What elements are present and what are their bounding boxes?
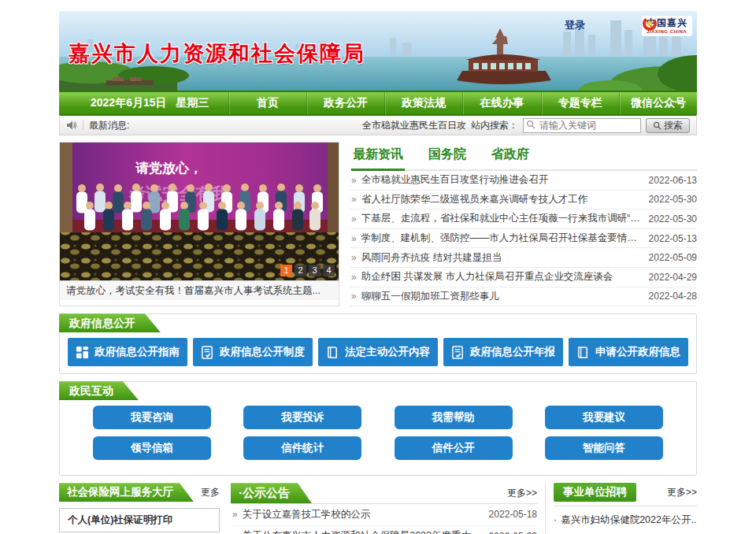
doc-check-icon [201, 346, 214, 359]
more-link-recruitment[interactable]: 更多>> [667, 486, 697, 499]
recruitment-column: 事业单位招聘 更多>> · 嘉兴市妇幼保健院2022年公开... · 2022年… [554, 483, 697, 534]
arrow-icon: » [232, 509, 238, 520]
social-insurance-column: 社会保险网上服务大厅 更多 个人(单位)社保证明打印 办事指南 [59, 483, 220, 534]
arrow-icon: » [351, 291, 357, 302]
nav-item-online-services[interactable]: 在线办事 [462, 92, 540, 114]
bottom-row: 社会保险网上服务大厅 更多 个人(单位)社保证明打印 办事指南 ·公示公告 更多… [59, 483, 697, 534]
boat [457, 54, 551, 84]
more-link-social-insurance[interactable]: 更多 [201, 486, 220, 499]
news-item[interactable]: » 聊聊五一假期加班工资那些事儿 2022-04-28 [350, 287, 697, 307]
hot-search-link[interactable]: 全市稳就业惠民生百日攻 [362, 119, 466, 132]
nav-item-wechat[interactable]: 微信公众号 [619, 92, 697, 114]
news-panel: 最新资讯 国务院 省政府 » 全市稳就业惠民生百日攻坚行动推进会召开 2022-… [350, 142, 697, 306]
section-title-social-insurance: 社会保险网上服务大厅 [59, 483, 194, 502]
btn-consult[interactable]: 我要咨询 [93, 406, 211, 429]
grid-icon [76, 346, 89, 359]
search-icon [653, 121, 662, 130]
page-container: 嘉兴市人力资源和社会保障局 登录 中国嘉兴 JIAXING CHINA 2022… [59, 11, 697, 534]
interaction-section: 政民互动 我要咨询 我要投诉 我需帮助 我要建议 领导信箱 信件统计 信件公开 … [59, 381, 697, 476]
btn-smart-qa[interactable]: 智能问答 [545, 436, 663, 460]
nav-date: 2022年6月15日 星期三 [59, 92, 228, 114]
arrow-icon: » [351, 194, 357, 205]
btn-need-help[interactable]: 我需帮助 [395, 406, 513, 429]
page-3[interactable]: 3 [309, 265, 321, 276]
btn-disclosure-system[interactable]: 政府信息公开制度 [193, 338, 313, 366]
weekday-text: 星期三 [176, 96, 209, 110]
section-title-recruitment: 事业单位招聘 [554, 483, 636, 502]
news-date: 2022-06-13 [641, 175, 697, 186]
latest-news-label: 最新消息: [89, 119, 129, 132]
news-date: 2022-05-13 [641, 233, 697, 244]
arrow-icon: » [351, 233, 357, 244]
book-icon [326, 346, 339, 359]
tab-state-council[interactable]: 国务院 [427, 143, 468, 169]
btn-request-disclosure[interactable]: 申请公开政府信息 [569, 338, 688, 366]
more-link-announcements[interactable]: 更多>> [507, 487, 537, 500]
arrow-icon: » [351, 175, 357, 186]
stage-banner-line1: 请党放心， [135, 161, 202, 176]
arrow-icon: » [351, 213, 357, 224]
nav-item-gov-affairs[interactable]: 政务公开 [306, 92, 384, 114]
btn-letter-stats[interactable]: 信件统计 [243, 436, 361, 460]
nav-item-policies[interactable]: 政策法规 [384, 92, 462, 114]
news-list: » 全市稳就业惠民生百日攻坚行动推进会召开 2022-06-13 » 省人社厅陈… [350, 171, 697, 306]
slide-caption[interactable]: 请党放心，考试安全有我！首届嘉兴市人事考试系统主题... [60, 280, 339, 300]
info-disclosure-section: 政府信息公开 政府信息公开指南 政府信息公开制度 [59, 313, 697, 374]
jiaxing-logo[interactable]: 中国嘉兴 JIAXING CHINA [642, 16, 692, 36]
site-title: 嘉兴市人力资源和社会保障局 [69, 39, 365, 68]
announcements-column: ·公示公告 更多>> » 关于设立嘉善技工学校的公示 2022-05-18 » … [228, 483, 546, 534]
nav-item-home[interactable]: 首页 [228, 92, 306, 114]
btn-leader-mailbox[interactable]: 领导信箱 [93, 436, 211, 460]
site-search-label: 站内搜索： [471, 119, 518, 132]
header-banner: 嘉兴市人力资源和社会保障局 登录 中国嘉兴 JIAXING CHINA [59, 11, 697, 91]
arrow-icon: » [351, 252, 357, 263]
speaker-icon [66, 120, 77, 131]
btn-proactive-disclosure[interactable]: 法定主动公开内容 [318, 338, 438, 366]
photo-slideshow: 请党放心， 考试安全有我 [59, 142, 339, 306]
page-4[interactable]: 4 [323, 265, 335, 276]
btn-letter-disclosure[interactable]: 信件公开 [395, 436, 513, 460]
section-title-info-disclosure: 政府信息公开 [59, 313, 161, 332]
arrow-icon: » [232, 531, 238, 534]
news-item[interactable]: » 助企纾困 共谋发展 市人力社保局召开重点企业交流座谈会 2022-04-29 [350, 268, 697, 287]
bullet-icon: · [554, 514, 557, 525]
ticker-bar: 最新消息: 全市稳就业惠民生百日攻 站内搜索： 搜索 [59, 114, 697, 135]
book-icon [576, 346, 590, 359]
date-text: 2022年6月15日 [91, 96, 167, 110]
announcement-item[interactable]: » 关于设立嘉善技工学校的公示 2022-05-18 [231, 504, 537, 526]
announcement-date: 2022-05-18 [481, 509, 537, 520]
btn-disclosure-guide[interactable]: 政府信息公开指南 [68, 338, 187, 366]
login-link[interactable]: 登录 [565, 18, 585, 32]
news-item[interactable]: » 全市稳就业惠民生百日攻坚行动推进会召开 2022-06-13 [350, 171, 697, 191]
section-title-announcements: ·公示公告 [231, 483, 312, 503]
news-date: 2022-05-30 [641, 213, 697, 224]
btn-complain[interactable]: 我要投诉 [243, 406, 361, 429]
nav-item-special-topics[interactable]: 专题专栏 [541, 92, 619, 114]
page-2[interactable]: 2 [295, 265, 306, 276]
search-input[interactable] [523, 118, 641, 133]
news-date: 2022-04-28 [641, 291, 697, 302]
page-1[interactable]: 1 [280, 265, 292, 276]
search-icon [526, 120, 536, 129]
news-item[interactable]: » 风雨同舟齐抗疫 结对共建显担当 2022-05-09 [350, 248, 697, 268]
jiaxing-swirl-icon [642, 16, 658, 32]
svc-item-proof-print[interactable]: 个人(单位)社保证明打印 [59, 508, 220, 532]
news-date: 2022-05-30 [641, 194, 697, 205]
arrow-icon: » [351, 272, 357, 283]
slide-photo[interactable]: 请党放心， 考试安全有我 [60, 143, 339, 280]
main-nav: 2022年6月15日 星期三 首页 政务公开 政策法规 在线办事 专题专栏 微信… [59, 91, 697, 114]
tab-latest-news[interactable]: 最新资讯 [351, 143, 405, 171]
news-item[interactable]: » 学制度、建机制、强防控——市人力社保局召开社保基金要情专题学习会 2022-… [350, 229, 697, 249]
recruitment-item[interactable]: · 嘉兴市妇幼保健院2022年公开... [554, 514, 697, 527]
btn-suggest[interactable]: 我要建议 [545, 406, 663, 429]
announcement-item[interactable]: » 关于公布嘉兴市人力资源和社会保障局2022年度重大行政决策事... 2022… [231, 526, 537, 534]
news-item[interactable]: » 省人社厅陈荣华二级巡视员来嘉兴调研专技人才工作 2022-05-30 [350, 191, 697, 210]
tab-provincial-gov[interactable]: 省政府 [490, 143, 531, 169]
slideshow-pagination: 1 2 3 4 [280, 265, 335, 276]
news-date: 2022-05-09 [641, 252, 697, 263]
announcement-date: 2022-05-09 [481, 531, 537, 534]
search-button[interactable]: 搜索 [646, 118, 690, 133]
news-tabs: 最新资讯 国务院 省政府 [350, 142, 697, 171]
btn-annual-report[interactable]: 政府信息公开年报 [443, 338, 563, 366]
news-item[interactable]: » 下基层、走流程，省社保和就业中心主任项薇一行来我市调研“国统”上线情况 20… [350, 210, 697, 229]
